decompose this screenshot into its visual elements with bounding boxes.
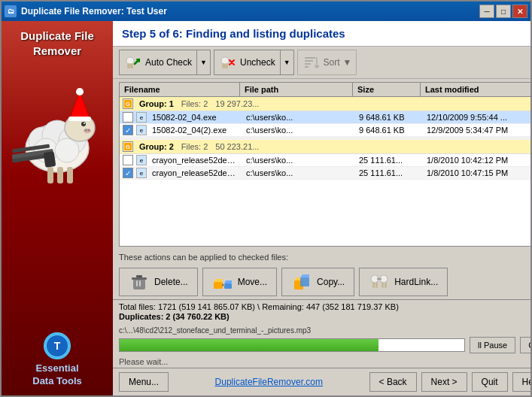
svg-point-10 xyxy=(85,129,87,132)
pause-button[interactable]: ll Pause xyxy=(470,337,515,353)
auto-check-dropdown[interactable]: Auto Check ▼ xyxy=(119,50,211,75)
svg-marker-12 xyxy=(70,92,90,118)
table-row[interactable]: e crayon_release52demo(2)... c:\users\ko… xyxy=(120,167,530,180)
svg-rect-21 xyxy=(44,151,56,168)
hardlink-label: HardLink... xyxy=(394,277,438,287)
edt-icon: T xyxy=(44,332,71,359)
minimize-button[interactable]: ─ xyxy=(479,5,494,18)
sidebar-bottom-label: Essential Data Tools xyxy=(32,362,82,388)
col-header-modified: Last modified xyxy=(421,83,530,96)
file-path-2-2: c:\users\ko... xyxy=(243,168,356,177)
file-modified-2-1: 1/8/2010 10:42:12 PM xyxy=(424,156,530,165)
file-size-2-2: 25 111.61... xyxy=(356,168,424,177)
group-1-size: 19 297.23... xyxy=(215,99,259,108)
please-wait: Please wait... xyxy=(113,356,530,368)
svg-point-7 xyxy=(81,122,86,126)
file-row-1-2-checkbox[interactable] xyxy=(123,125,133,135)
progress-bar xyxy=(119,338,465,352)
svg-text:T: T xyxy=(54,340,61,352)
copy-icon xyxy=(291,271,312,292)
copy-button[interactable]: Copy... xyxy=(281,268,354,296)
file-size-1-2: 9 648.61 KB xyxy=(356,126,424,135)
copy-label: Copy... xyxy=(317,277,345,287)
status-line-2: Duplicates: 2 (34 760.22 KB) xyxy=(119,312,530,321)
svg-rect-55 xyxy=(382,282,384,288)
col-header-size: Size xyxy=(353,83,421,96)
file-icon-2-2: e xyxy=(136,168,147,178)
file-size-2-1: 25 111.61... xyxy=(356,156,424,165)
close-button[interactable]: ✕ xyxy=(512,5,527,18)
sort-button[interactable]: Sort ▼ xyxy=(297,50,357,75)
website-link[interactable]: DuplicateFileRemover.com xyxy=(173,377,365,387)
delete-button[interactable]: Delete... xyxy=(119,268,198,296)
progress-section: c:\...\48\cd2\212_stoneface_und_terminal… xyxy=(113,324,530,356)
maximize-button[interactable]: □ xyxy=(496,5,511,18)
hardlink-icon xyxy=(369,271,390,292)
svg-point-29 xyxy=(223,59,227,63)
sort-icon xyxy=(302,53,321,71)
hardlink-button[interactable]: HardLink... xyxy=(359,268,448,296)
trash-icon xyxy=(129,271,150,292)
svg-rect-48 xyxy=(300,277,309,286)
svg-rect-13 xyxy=(68,117,91,121)
uncheck-dropdown[interactable]: Uncheck ▼ xyxy=(214,50,294,75)
svg-point-11 xyxy=(88,129,90,132)
table-row[interactable]: e 15082-02_04(2).exe c:\users\ko... 9 64… xyxy=(120,124,530,137)
sidebar-bottom: T Essential Data Tools xyxy=(32,332,82,388)
right-panel: Step 5 of 6: Finding and listing duplica… xyxy=(113,21,530,395)
svg-rect-15 xyxy=(47,167,53,183)
group-2-label: Group: 2 xyxy=(139,142,174,151)
uncheck-arrow[interactable]: ▼ xyxy=(280,50,293,74)
svg-rect-44 xyxy=(139,280,141,286)
svg-rect-42 xyxy=(136,275,142,277)
file-modified-1-2: 12/9/2009 5:34:47 PM xyxy=(424,126,530,135)
help-button[interactable]: Help (F1) xyxy=(512,372,530,392)
svg-rect-34 xyxy=(305,63,311,65)
step-title: Step 5 of 6: Finding and listing duplica… xyxy=(122,27,530,40)
file-row-2-2-checkbox[interactable] xyxy=(123,168,133,178)
sidebar-logo: Duplicate File Remover xyxy=(20,29,94,58)
action-buttons: Delete... Move... xyxy=(113,265,530,299)
auto-check-label: Auto Check xyxy=(145,57,192,68)
titlebar: 🗂 Duplicate File Remover: Test User ─ □ … xyxy=(2,2,530,21)
file-path-1-2: c:\users\ko... xyxy=(243,126,356,135)
file-row-1-1-checkbox[interactable] xyxy=(123,112,133,123)
table-row[interactable]: e crayon_release52demo.exe c:\users\ko..… xyxy=(120,154,530,167)
menu-button[interactable]: Menu... xyxy=(119,372,169,392)
col-header-filepath: File path xyxy=(240,83,353,96)
uncheck-main[interactable]: Uncheck xyxy=(214,50,280,74)
auto-check-main[interactable]: Auto Check xyxy=(120,50,196,74)
cancel-button[interactable]: Cancel... xyxy=(520,337,530,353)
group-1-checkbox[interactable]: G xyxy=(123,98,133,109)
main-window: 🗂 Duplicate File Remover: Test User ─ □ … xyxy=(0,0,532,397)
svg-rect-41 xyxy=(132,277,147,280)
sidebar: Duplicate File Remover xyxy=(2,21,113,395)
quit-button[interactable]: Quit xyxy=(472,372,508,392)
svg-rect-31 xyxy=(225,63,228,68)
file-icon-1-2: e xyxy=(136,125,147,135)
back-button[interactable]: < Back xyxy=(369,372,417,392)
svg-point-14 xyxy=(76,88,84,95)
file-name-2-2: crayon_release52demo(2)... xyxy=(149,168,243,177)
next-button[interactable]: Next > xyxy=(421,372,467,392)
group-2-checkbox[interactable]: G xyxy=(123,141,133,152)
svg-point-9 xyxy=(84,129,91,133)
sort-arrow: ▼ xyxy=(343,57,352,68)
svg-rect-43 xyxy=(136,280,138,286)
main-layout: Duplicate File Remover xyxy=(2,21,530,395)
svg-rect-17 xyxy=(67,167,73,183)
group-row-1: G Group: 1 Files: 2 19 297.23... xyxy=(120,97,530,111)
table-row[interactable]: e 15082-02_04.exe c:\users\ko... 9 648.6… xyxy=(120,111,530,124)
svg-point-25 xyxy=(128,59,132,63)
file-list-body: G Group: 1 Files: 2 19 297.23... e 15082… xyxy=(120,97,530,246)
move-icon xyxy=(212,271,233,292)
file-modified-1-1: 12/10/2009 9:55:44 ... xyxy=(424,113,530,122)
svg-rect-16 xyxy=(57,167,63,183)
window-title: Duplicate File Remover: Test User xyxy=(21,6,479,17)
col-header-filename: Filename xyxy=(120,83,240,96)
auto-check-arrow[interactable]: ▼ xyxy=(196,50,210,74)
file-row-2-1-checkbox[interactable] xyxy=(123,155,133,165)
group-1-label: Group: 1 xyxy=(139,99,174,108)
step-header: Step 5 of 6: Finding and listing duplica… xyxy=(113,21,530,47)
move-button[interactable]: Move... xyxy=(202,268,277,296)
